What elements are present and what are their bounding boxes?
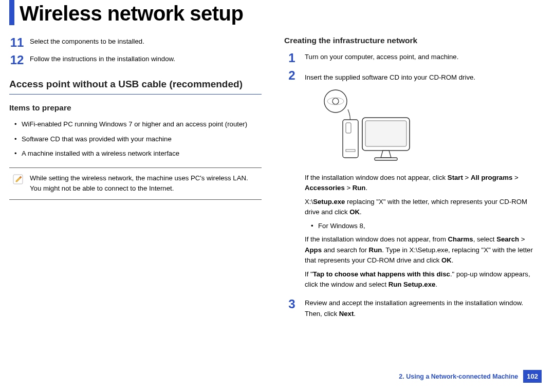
step-2: 2 Insert the supplied software CD into y… — [284, 69, 536, 293]
page-footer: 2. Using a Network-connected Machine 102 — [399, 370, 542, 383]
svg-rect-9 — [375, 158, 397, 160]
title-wrap: Wireless network setup — [9, 0, 536, 25]
install-window-instruction: If the installation window does not appe… — [305, 173, 536, 194]
tap-to-choose-instruction: If "Tap to choose what happens with this… — [305, 269, 536, 290]
step-text: Select the components to be installed. — [30, 36, 262, 47]
list-item: For Windows 8, — [311, 221, 536, 231]
step-text: Follow the instructions in the installat… — [30, 54, 262, 64]
step-intro: Insert the supplied software CD into you… — [305, 72, 536, 83]
page-number: 102 — [523, 370, 542, 383]
step-1: 1 Turn on your computer, access point, a… — [284, 52, 536, 64]
svg-point-1 — [324, 90, 347, 113]
windows8-instruction: If the installation window does not appe… — [305, 234, 536, 266]
step-3: 3 Review and accept the installation agr… — [284, 298, 536, 319]
items-to-prepare-list: WiFi-enabled PC running Windows 7 or hig… — [9, 119, 262, 159]
setup-exe-instruction: X:\Setup.exe replacing "X" with the lett… — [305, 197, 536, 218]
section-heading-access-point: Access point without a USB cable (recomm… — [9, 77, 262, 95]
step-number: 2 — [284, 69, 300, 82]
page-title: Wireless network setup — [20, 0, 243, 25]
svg-rect-8 — [365, 121, 406, 146]
svg-point-3 — [327, 98, 344, 105]
windows8-sublist: For Windows 8, — [305, 221, 536, 231]
note-callout: While setting the wireless network, the … — [9, 167, 262, 200]
step-number: 3 — [284, 298, 300, 310]
list-item: Software CD that was provided with your … — [14, 134, 262, 144]
subheading-creating-infra: Creating the infrastructure network — [284, 34, 536, 47]
step-body: Insert the supplied software CD into you… — [305, 69, 536, 293]
step-text: Turn on your computer, access point, and… — [305, 52, 536, 62]
list-item: A machine installed with a wireless netw… — [14, 148, 262, 159]
svg-rect-4 — [343, 120, 358, 158]
cd-computer-illustration — [319, 87, 536, 167]
step-11: 11 Select the components to be installed… — [9, 36, 262, 49]
step-text: Review and accept the installation agree… — [305, 298, 536, 319]
subheading-items-to-prepare: Items to prepare — [9, 102, 262, 114]
list-item: WiFi-enabled PC running Windows 7 or hig… — [14, 119, 262, 129]
title-accent-bar — [9, 0, 14, 25]
step-number: 11 — [9, 36, 25, 49]
step-number: 12 — [9, 54, 25, 66]
footer-chapter: 2. Using a Network-connected Machine — [399, 373, 518, 380]
step-number: 1 — [284, 52, 300, 64]
note-text: While setting the wireless network, the … — [30, 173, 258, 194]
manual-page: Wireless network setup 11 Select the com… — [0, 0, 555, 392]
left-column: 11 Select the components to be installed… — [9, 34, 262, 324]
svg-point-2 — [332, 98, 339, 104]
step-12: 12 Follow the instructions in the instal… — [9, 54, 262, 66]
note-pencil-icon — [12, 173, 25, 185]
right-column: Creating the infrastructure network 1 Tu… — [284, 34, 536, 324]
two-column-layout: 11 Select the components to be installed… — [9, 34, 536, 324]
